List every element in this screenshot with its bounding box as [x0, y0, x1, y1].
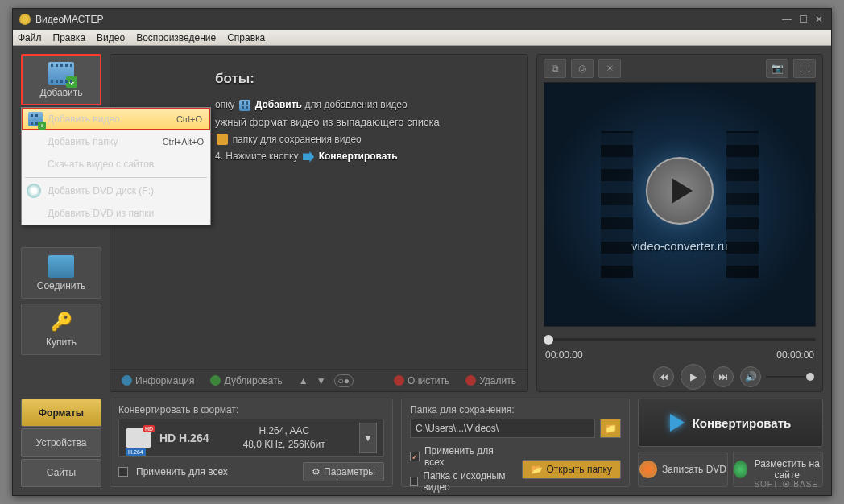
dd-download[interactable]: Скачать видео с сайтов: [22, 153, 210, 176]
film-add-icon: +: [48, 62, 74, 85]
save-apply-checkbox[interactable]: [410, 452, 420, 461]
add-label: Добавить: [39, 87, 82, 98]
join-icon: [48, 255, 74, 278]
format-name: HD H.264: [159, 432, 209, 444]
snapshot-icon[interactable]: 📷: [766, 59, 788, 78]
dup-icon: [210, 375, 221, 386]
add-button[interactable]: + Добавить: [21, 54, 101, 105]
disc-burn-icon: [639, 461, 657, 478]
film-add-icon: +: [28, 112, 43, 126]
buy-button[interactable]: Купить: [21, 304, 101, 355]
left-tools: + Добавить + Добавить видео Ctrl+O Добав…: [21, 54, 101, 392]
dd-separator: [25, 177, 207, 178]
brightness-icon[interactable]: ☀: [598, 59, 621, 78]
buy-label: Купить: [46, 337, 77, 348]
disc-icon: [27, 184, 41, 198]
preview-play-button[interactable]: [646, 157, 714, 225]
clear-icon: [394, 375, 404, 386]
dd-add-folder[interactable]: Добавить папку Ctrl+Alt+O: [22, 130, 210, 153]
guide-step-1: опку Добавить для добавления видео: [215, 98, 511, 111]
browse-button[interactable]: 📁: [600, 419, 621, 438]
camera-icon: [126, 428, 151, 448]
menu-playback[interactable]: Воспроизведение: [136, 32, 216, 43]
inline-arrow-icon: [303, 151, 314, 163]
dd-add-video-label: Добавить видео: [48, 114, 120, 125]
add-dropdown: + Добавить видео Ctrl+O Добавить папку C…: [21, 107, 211, 225]
info-button[interactable]: Информация: [122, 375, 194, 386]
convert-label: Конвертировать: [693, 416, 792, 430]
dd-add-folder-label: Добавить папку: [48, 136, 118, 147]
titlebar: ВидеоМАСТЕР — ☐ ✕: [13, 9, 831, 30]
format-dropdown-button[interactable]: ▼: [359, 423, 377, 453]
params-button[interactable]: ⚙Параметры: [303, 462, 384, 481]
menu-edit[interactable]: Правка: [53, 32, 86, 43]
delete-button[interactable]: Удалить: [465, 375, 516, 386]
timeline-track[interactable]: [544, 338, 816, 341]
info-icon: [122, 375, 132, 386]
dd-add-video-shortcut: Ctrl+O: [176, 114, 202, 124]
join-label: Соединить: [37, 280, 86, 291]
window-title: ВидеоМАСТЕР: [35, 14, 776, 25]
preview-watermark: video-converter.ru: [631, 239, 728, 253]
path-row: C:\Users\...\Videos\ 📁: [410, 419, 621, 438]
preview-area[interactable]: video-converter.ru: [544, 82, 816, 327]
fullscreen-icon[interactable]: ⛶: [793, 59, 816, 78]
dd-add-video[interactable]: + Добавить видео Ctrl+O: [22, 108, 210, 130]
menu-file[interactable]: Файл: [18, 32, 42, 43]
play-button[interactable]: ▶: [681, 364, 706, 390]
volume-track[interactable]: [766, 376, 814, 378]
source-folder-checkbox[interactable]: [410, 477, 418, 486]
format-title: Конвертировать в формат:: [118, 404, 384, 415]
timeline[interactable]: [544, 332, 816, 348]
format-selector[interactable]: H.264 HD H.264 H.264, AAC 48,0 KHz, 256К…: [118, 419, 384, 457]
close-button[interactable]: ✕: [813, 14, 825, 25]
apply-all-checkbox[interactable]: [118, 467, 128, 477]
preview-tools: ⧉ ◎ ☀ 📷 ⛶: [537, 55, 822, 82]
crop-icon[interactable]: ⧉: [544, 59, 566, 78]
duplicate-button[interactable]: Дублировать: [210, 375, 282, 386]
format-panel: Конвертировать в формат: H.264 HD H.264 …: [110, 399, 393, 487]
preview-panel: ⧉ ◎ ☀ 📷 ⛶ video-converter.ru 0: [536, 54, 823, 392]
save-title: Папка для сохранения:: [410, 404, 621, 415]
maximize-button[interactable]: ☐: [797, 14, 809, 25]
burn-label: Записать DVD: [662, 464, 726, 475]
folder-icon: 📁: [605, 423, 617, 434]
toggle-icon: ○●: [334, 374, 354, 387]
save-apply-label: Применить для всех: [424, 445, 516, 468]
next-button[interactable]: ⏭: [713, 366, 734, 387]
volume-thumb[interactable]: [806, 373, 814, 381]
minimize-button[interactable]: —: [781, 14, 792, 25]
menubar: Файл Правка Видео Воспроизведение Справк…: [13, 30, 831, 46]
dd-add-dvd-folder[interactable]: Добавить DVD из папки: [22, 202, 210, 225]
tab-formats[interactable]: Форматы: [21, 399, 101, 427]
actions-panel: Конвертировать Записать DVD Разместить н…: [638, 399, 823, 487]
effects-icon[interactable]: ◎: [571, 59, 594, 78]
menu-video[interactable]: Видео: [97, 32, 125, 43]
move-up-icon: ▲: [299, 375, 308, 386]
prev-button[interactable]: ⏮: [653, 366, 674, 387]
arrows-group[interactable]: ▲ ▼ ○●: [299, 374, 354, 387]
delete-icon: [465, 375, 476, 386]
convert-button[interactable]: Конвертировать: [638, 399, 823, 447]
tabs-column: Форматы Устройства Сайты: [21, 399, 101, 487]
bottom-strip: Информация Дублировать ▲ ▼ ○● Очистить У…: [110, 369, 528, 391]
clear-button[interactable]: Очистить: [394, 375, 449, 386]
menu-help[interactable]: Справка: [227, 32, 265, 43]
save-path-input[interactable]: C:\Users\...\Videos\: [410, 419, 595, 438]
open-folder-button[interactable]: 📂Открыть папку: [522, 460, 621, 479]
timeline-thumb[interactable]: [544, 335, 553, 345]
upload-label: Разместить на сайте: [752, 458, 822, 481]
apply-all-label: Применить для всех: [136, 466, 228, 477]
folder-open-icon: 📂: [531, 464, 543, 475]
time-end: 00:00:00: [776, 349, 814, 361]
guide-step-2: ужный формат видео из выпадающего списка: [215, 116, 511, 128]
app-window: ВидеоМАСТЕР — ☐ ✕ Файл Правка Видео Восп…: [12, 8, 832, 496]
guide-step-4: 4. Нажмите кнопку Конвертировать: [215, 150, 511, 163]
cut-button[interactable]: Соединить: [21, 247, 101, 299]
dd-add-dvd[interactable]: Добавить DVD диск (F:): [22, 180, 210, 202]
tab-sites[interactable]: Сайты: [21, 459, 101, 487]
tab-devices[interactable]: Устройства: [21, 428, 101, 456]
burn-dvd-button[interactable]: Записать DVD: [638, 452, 728, 487]
volume-icon[interactable]: 🔊: [740, 366, 761, 387]
inline-folder-icon: [217, 134, 228, 145]
